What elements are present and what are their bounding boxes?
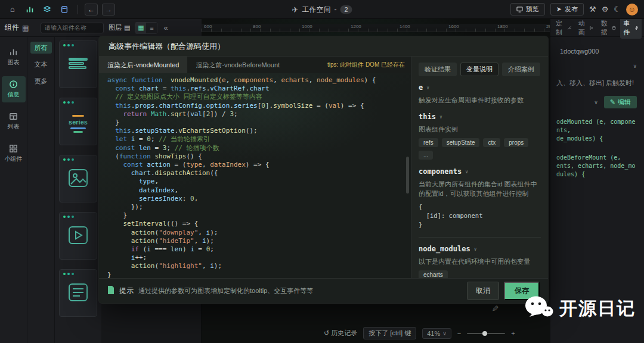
preview-button[interactable]: 预览 <box>510 3 545 15</box>
variable-chip[interactable]: setupState <box>442 138 480 147</box>
tab-variable-description[interactable]: 变量说明 <box>460 63 499 76</box>
dark-mode-icon[interactable]: ☾ <box>614 5 621 14</box>
components-panel-title: 组件 ▦ <box>5 23 36 33</box>
forward-button[interactable]: → <box>102 4 115 15</box>
zoom-out-button[interactable]: − <box>457 330 461 337</box>
category-text[interactable]: 文本 <box>30 58 52 70</box>
code-line: const len = 3; // 轮播项个数 <box>107 144 411 152</box>
sidebar-item-charts[interactable]: 图表 <box>2 44 26 70</box>
search-input[interactable] <box>41 23 104 33</box>
window-dots <box>63 273 74 275</box>
tab-customize[interactable]: 定制 <box>553 17 574 39</box>
tools-icon[interactable]: ⚒ <box>589 5 596 14</box>
cancel-button[interactable]: 取消 <box>467 282 499 300</box>
workspace-title: ✈ 工作空间 - 2 <box>292 0 352 19</box>
editor-scrollbar[interactable] <box>406 157 409 194</box>
sidebar-item-info[interactable]: 信息 <box>2 76 26 102</box>
divider <box>78 5 78 14</box>
tips-text: tips: 此时组件 DOM 已经存在 <box>327 61 405 69</box>
layers-toggle[interactable]: 图层 ▤ <box>109 23 130 32</box>
settings-icon[interactable]: ⚙ <box>602 5 609 14</box>
event-code-vnode-mounted: odeMounted (e, components,de_modules) { <box>556 118 638 143</box>
variable-chip[interactable]: ctx <box>483 138 500 147</box>
code-line: this.setupState.vEchartsSetOption(); <box>107 127 411 135</box>
doc-section-title[interactable]: components∨ <box>419 167 541 176</box>
tab-intro-examples[interactable]: 介绍案例 <box>502 63 540 76</box>
history-button[interactable]: ↺ 历史记录 <box>324 329 357 338</box>
home-icon[interactable]: ⌂ <box>6 3 19 16</box>
wordcloud-component-card[interactable]: series <box>59 98 97 145</box>
monitor-icon <box>516 7 523 13</box>
video-component-card[interactable] <box>59 212 97 260</box>
divider <box>419 237 541 238</box>
code-editor[interactable]: async function vnodeMounted(e, component… <box>99 73 411 278</box>
doc-section-title[interactable]: this∨ <box>419 113 541 121</box>
components-panel-header: 组件 ▦ 图层 ▤ ▦ ≡ « <box>0 19 202 37</box>
app-root: ⌂ ← → ✈ 工作空间 - 2 预览 ➤ <box>0 0 644 343</box>
hint-text: 通过提供的参数可为图表增加定制化的tooltip、交互事件等等 <box>138 286 313 295</box>
tab-vnode-mounted[interactable]: 渲染之后-vnodeMounted <box>99 57 187 73</box>
tab-animation[interactable]: 动画 <box>575 17 597 39</box>
sidebar-item-list[interactable]: 列表 <box>2 108 26 135</box>
tab-data[interactable]: 数据 <box>598 17 620 39</box>
modal-title: 高级事件编辑器（配合源码使用） <box>99 36 548 57</box>
zoom-in-button[interactable]: + <box>511 330 515 337</box>
chart-tool-icon[interactable] <box>23 3 36 16</box>
info-icon <box>9 80 18 89</box>
modal-footer: 提示 通过提供的参数可为图表增加定制化的tooltip、交互事件等等 取消 保存 <box>99 278 548 303</box>
bar-chart-icon <box>9 48 18 57</box>
code-line: const chart = this.refs.vChartRef.chart <box>107 85 411 93</box>
doc-section-desc: 触发对应生命周期事件时接收的参数 <box>419 95 541 105</box>
list-view-button[interactable]: ≡ <box>146 23 157 33</box>
sidebar-item-label: 信息 <box>8 91 20 99</box>
image-component-card[interactable] <box>59 155 97 202</box>
zoom-slider[interactable] <box>467 333 505 334</box>
code-line: dataIndex, <box>107 186 411 195</box>
settings-body: 1doctqwg000 ∨ 入、移入、移出] 后触发时! ∨ ✎ 编辑 odeM… <box>550 37 644 179</box>
data-tool-icon[interactable] <box>58 3 71 16</box>
zoom-select[interactable]: 41%∨ <box>422 328 451 339</box>
list-component-card[interactable] <box>59 269 97 317</box>
category-all[interactable]: 所有 <box>30 42 52 54</box>
code-line: action("downplay", i); <box>107 229 411 237</box>
tab-vnode-before-mount[interactable]: 渲染之前-vnodeBeforeMount <box>187 57 288 73</box>
variable-chip[interactable]: props <box>504 138 528 147</box>
watermark: 开源日记 <box>525 295 636 322</box>
sidebar-item-widgets[interactable]: 小组件 <box>2 141 26 167</box>
code-line: }); <box>107 203 411 211</box>
doc-section-title[interactable]: e∨ <box>419 83 541 92</box>
variable-chip[interactable]: ... <box>419 151 433 160</box>
doc-section-title[interactable]: node_modules∨ <box>419 245 541 253</box>
widget-icon <box>9 144 18 153</box>
back-button[interactable]: ← <box>85 4 98 15</box>
ruler-ticks <box>202 29 550 32</box>
code-line: // 定义地图原点大小 同理可自定义标签等等内容 <box>107 93 411 101</box>
tab-validation-result[interactable]: 验证结果 <box>419 63 457 76</box>
doc-section-components: components∨ 当前大屏内所有组件的集合id 图表组件中的配置id，可以… <box>419 167 541 229</box>
avatar[interactable]: ☺ <box>626 4 638 15</box>
advanced-event-editor-modal: 高级事件编辑器（配合源码使用） 渲染之后-vnodeMounted 渲染之前-v… <box>98 36 549 304</box>
watermark-text: 开源日记 <box>559 297 636 321</box>
publish-button[interactable]: ➤ 发布 <box>550 3 584 15</box>
section-toggle-row[interactable]: ∨ <box>558 63 637 69</box>
zoom-slider-knob[interactable] <box>482 331 487 336</box>
doc-section-this: this∨ 图表组件实例 refssetupStatectxprops... <box>419 113 541 160</box>
docs-tabs: 验证结果 变量说明 介绍案例 <box>419 63 541 76</box>
code-line: chart.dispatchAction({ <box>107 169 411 177</box>
ruler: 6008001000120014001600180020002200 <box>202 24 550 32</box>
code-line: const action = (type, dataIndex) => { <box>107 161 411 169</box>
workspace-separator: - <box>334 5 336 14</box>
component-nav-rail: 图表 信息 列表 小组件 <box>0 37 27 343</box>
sidebar-item-label: 小组件 <box>5 155 23 163</box>
package-chip[interactable]: echarts <box>419 270 448 278</box>
text-component-card[interactable] <box>59 40 97 88</box>
code-fragment: odeMounted (e, components, <box>556 118 638 135</box>
code-line: let i = 0; // 当前轮播索引 <box>107 135 411 144</box>
variable-chip[interactable]: refs <box>419 138 438 147</box>
collapse-panel-icon[interactable]: « <box>163 23 168 32</box>
tab-events[interactable]: 事件 <box>620 17 642 39</box>
layers-tool-icon[interactable] <box>41 3 54 16</box>
grid-view-button[interactable]: ▦ <box>135 23 146 33</box>
category-more[interactable]: 更多 <box>30 75 52 87</box>
edit-button[interactable]: ✎ 编辑 <box>604 96 637 108</box>
